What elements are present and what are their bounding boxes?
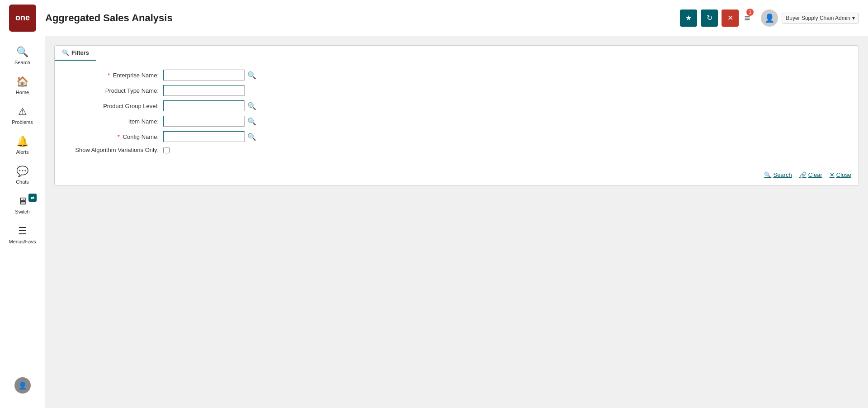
- enterprise-name-search-icon[interactable]: 🔍: [246, 70, 257, 81]
- sidebar-label-menus: Menus/Favs: [9, 239, 36, 244]
- user-section: 👤 Buyer Supply Chain Admin ▾: [761, 9, 859, 27]
- item-name-label: Item Name:: [68, 118, 159, 125]
- close-button[interactable]: ✕: [722, 9, 739, 27]
- switch-badge: ⇄: [28, 194, 37, 202]
- required-star: *: [108, 72, 110, 79]
- filter-panel: 🔍 Filters * Enterprise Name: 🔍 Product: [54, 45, 859, 186]
- filter-row-enterprise: * Enterprise Name: 🔍: [68, 70, 845, 81]
- search-action-icon: 🔍: [764, 171, 771, 178]
- bell-icon: 🔔: [16, 136, 28, 147]
- menu-button[interactable]: ≡ 1: [742, 10, 752, 26]
- menu-icon: ☰: [18, 225, 27, 237]
- header-actions: ★ ↻ ✕ ≡ 1 👤 Buyer Supply Chain Admin ▾: [680, 9, 859, 27]
- filter-row-config-name: * Config Name: 🔍: [68, 131, 845, 142]
- product-group-level-input[interactable]: [163, 100, 245, 111]
- product-type-name-input[interactable]: [163, 85, 245, 96]
- filter-row-product-group: Product Group Level: 🔍: [68, 100, 845, 111]
- config-name-search-icon[interactable]: 🔍: [246, 132, 257, 142]
- product-group-level-search-icon[interactable]: 🔍: [246, 101, 257, 111]
- product-group-level-label: Product Group Level:: [68, 103, 159, 109]
- filter-row-product-type: Product Type Name:: [68, 85, 845, 96]
- filters-tab[interactable]: 🔍 Filters: [55, 46, 96, 61]
- sidebar-label-alerts: Alerts: [16, 149, 28, 155]
- sidebar-item-search[interactable]: 🔍 Search: [0, 41, 45, 71]
- sidebar-label-switch: Switch: [15, 209, 29, 214]
- sidebar-item-problems[interactable]: ⚠ Problems: [0, 100, 45, 130]
- sidebar-label-search: Search: [14, 60, 30, 65]
- sidebar: 🔍 Search 🏠 Home ⚠ Problems 🔔 Alerts 💬 Ch…: [0, 36, 45, 408]
- sidebar-item-chats[interactable]: 💬 Chats: [0, 160, 45, 190]
- profile-avatar: 👤: [14, 377, 31, 394]
- avatar: 👤: [761, 9, 778, 27]
- header: one Aggregated Sales Analysis ★ ↻ ✕ ≡ 1 …: [0, 0, 868, 36]
- algorithm-variations-label: Show Algorithm Variations Only:: [68, 147, 159, 153]
- config-name-input[interactable]: [163, 131, 245, 142]
- enterprise-name-label: * Enterprise Name:: [68, 72, 159, 79]
- algorithm-variations-checkbox[interactable]: [163, 147, 170, 153]
- user-dropdown[interactable]: Buyer Supply Chain Admin ▾: [782, 13, 859, 24]
- clear-button[interactable]: 🔗 Clear: [799, 171, 822, 178]
- item-name-search-icon[interactable]: 🔍: [246, 116, 257, 127]
- sidebar-item-home[interactable]: 🏠 Home: [0, 71, 45, 100]
- home-icon: 🏠: [16, 76, 28, 88]
- item-name-input[interactable]: [163, 116, 245, 127]
- clear-action-icon: 🔗: [799, 171, 807, 178]
- filter-tab-label: Filters: [71, 49, 89, 56]
- sidebar-item-profile[interactable]: 👤: [14, 372, 31, 399]
- filter-row-algorithm: Show Algorithm Variations Only:: [68, 147, 845, 153]
- switch-icon: 🖥: [18, 195, 28, 207]
- filter-actions: 🔍 Search 🔗 Clear ✕ Close: [55, 167, 859, 185]
- page-title: Aggregated Sales Analysis: [45, 12, 680, 24]
- search-button[interactable]: 🔍 Search: [764, 171, 792, 178]
- config-name-label: * Config Name:: [68, 133, 159, 140]
- sidebar-item-switch[interactable]: 🖥 ⇄ Switch: [0, 190, 45, 220]
- filter-tab-icon: 🔍: [62, 49, 69, 56]
- app-logo: one: [9, 5, 36, 32]
- product-type-name-label: Product Type Name:: [68, 87, 159, 94]
- close-filter-button[interactable]: ✕ Close: [830, 171, 851, 178]
- sidebar-label-home: Home: [16, 90, 29, 95]
- favorite-button[interactable]: ★: [680, 9, 697, 27]
- sidebar-item-menus[interactable]: ☰ Menus/Favs: [0, 220, 45, 250]
- close-action-icon: ✕: [830, 171, 835, 178]
- sidebar-label-problems: Problems: [12, 119, 33, 125]
- sidebar-item-alerts[interactable]: 🔔 Alerts: [0, 130, 45, 160]
- chevron-down-icon: ▾: [852, 15, 855, 21]
- sidebar-label-chats: Chats: [16, 179, 29, 185]
- required-star-config: *: [118, 133, 120, 140]
- search-icon: 🔍: [16, 46, 28, 58]
- enterprise-name-input[interactable]: [163, 70, 245, 81]
- sidebar-bottom: 👤: [14, 372, 31, 408]
- filter-row-item-name: Item Name: 🔍: [68, 116, 845, 127]
- filter-body: * Enterprise Name: 🔍 Product Type Name:: [55, 61, 859, 167]
- notification-badge: 1: [746, 9, 754, 16]
- main-layout: 🔍 Search 🏠 Home ⚠ Problems 🔔 Alerts 💬 Ch…: [0, 36, 868, 408]
- chat-icon: 💬: [16, 166, 28, 177]
- user-name: Buyer Supply Chain Admin: [786, 15, 850, 21]
- warning-icon: ⚠: [18, 106, 27, 118]
- refresh-button[interactable]: ↻: [701, 9, 718, 27]
- content-area: 🔍 Filters * Enterprise Name: 🔍 Product: [45, 36, 868, 408]
